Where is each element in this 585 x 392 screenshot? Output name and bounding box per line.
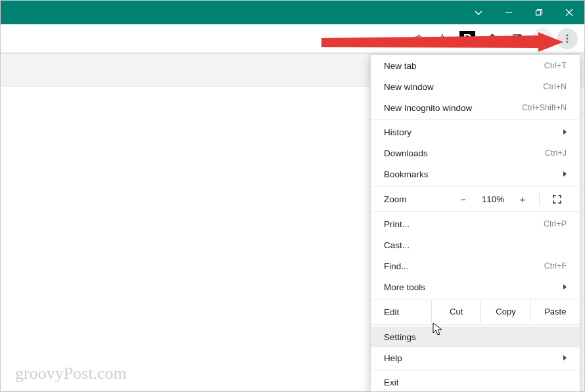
menu-shortcut: Ctrl+P <box>544 219 567 229</box>
menu-shortcut: Ctrl+N <box>543 82 567 91</box>
menu-label: New Incognito window <box>384 103 472 113</box>
menu-shortcut: Ctrl+T <box>544 61 567 70</box>
edit-copy-button[interactable]: Copy <box>480 301 530 323</box>
menu-item-zoom: Zoom − 110% + <box>371 188 580 210</box>
chevron-right-icon <box>563 171 567 177</box>
menu-label: History <box>384 127 411 137</box>
extensions-icon[interactable] <box>482 28 503 49</box>
window-close-button[interactable] <box>554 1 584 24</box>
titlebar <box>1 1 584 24</box>
menu-item-find[interactable]: Find... Ctrl+F <box>371 255 580 276</box>
menu-separator <box>371 211 580 212</box>
menu-item-new-tab[interactable]: New tab Ctrl+T <box>371 55 580 76</box>
svg-point-5 <box>567 37 569 39</box>
zoom-out-button[interactable]: − <box>452 194 475 205</box>
edit-paste-button[interactable]: Paste <box>530 301 580 323</box>
menu-label: Bookmarks <box>384 169 429 179</box>
window-maximize-button[interactable] <box>524 1 554 24</box>
zoom-value: 110% <box>475 194 511 204</box>
menu-item-downloads[interactable]: Downloads Ctrl+J <box>371 142 580 163</box>
menu-label: Print... <box>384 219 410 229</box>
extension-badge-label: P <box>459 31 475 47</box>
menu-shortcut: Ctrl+J <box>545 148 567 158</box>
menu-item-cast[interactable]: Cast... <box>371 234 580 255</box>
chrome-menu: New tab Ctrl+T New window Ctrl+N New Inc… <box>370 54 580 392</box>
menu-label: Edit <box>384 307 431 317</box>
svg-point-4 <box>567 34 569 36</box>
menu-item-history[interactable]: History <box>371 121 580 142</box>
svg-rect-0 <box>536 11 541 15</box>
menu-label: Zoom <box>384 194 452 204</box>
star-icon[interactable] <box>432 28 453 49</box>
titlebar-chevron-icon[interactable] <box>463 1 494 24</box>
browser-toolbar: P <box>1 24 584 53</box>
avatar-icon[interactable] <box>532 28 553 49</box>
edit-cut-button[interactable]: Cut <box>431 301 480 323</box>
chevron-right-icon <box>563 129 567 135</box>
menu-item-new-window[interactable]: New window Ctrl+N <box>371 76 580 97</box>
zoom-in-button[interactable]: + <box>511 194 534 205</box>
fullscreen-icon[interactable] <box>547 192 567 206</box>
menu-label: New window <box>384 82 434 92</box>
watermark-text: groovyPost.com <box>15 364 127 383</box>
extension-badge[interactable]: P <box>457 28 478 49</box>
more-icon[interactable] <box>557 28 578 49</box>
zoom-divider <box>539 192 540 206</box>
menu-label: Find... <box>384 261 409 271</box>
menu-item-settings[interactable]: Settings <box>371 326 580 347</box>
menu-separator <box>371 299 580 299</box>
menu-label: Downloads <box>384 148 428 158</box>
chevron-right-icon <box>563 284 567 290</box>
menu-label: Help <box>384 353 402 363</box>
menu-item-bookmarks[interactable]: Bookmarks <box>371 163 580 185</box>
menu-separator <box>371 186 580 186</box>
menu-item-more-tools[interactable]: More tools <box>371 276 580 297</box>
menu-shortcut: Ctrl+F <box>544 261 567 271</box>
menu-item-exit[interactable]: Exit <box>371 372 580 392</box>
menu-item-new-incognito[interactable]: New Incognito window Ctrl+Shift+N <box>371 97 580 118</box>
window-minimize-button[interactable] <box>494 1 524 24</box>
menu-item-edit: Edit Cut Copy Paste <box>371 301 580 323</box>
svg-point-6 <box>567 41 569 43</box>
menu-separator <box>371 120 580 120</box>
menu-item-help[interactable]: Help <box>371 347 580 368</box>
share-icon[interactable] <box>407 28 428 49</box>
menu-label: More tools <box>384 282 425 292</box>
menu-label: Cast... <box>384 240 410 250</box>
menu-item-print[interactable]: Print... Ctrl+P <box>371 213 580 234</box>
menu-label: New tab <box>384 61 417 71</box>
menu-label: Settings <box>384 332 416 342</box>
chevron-right-icon <box>563 355 567 360</box>
menu-shortcut: Ctrl+Shift+N <box>522 103 567 112</box>
svg-rect-2 <box>518 35 521 42</box>
menu-separator <box>371 324 580 325</box>
readinglist-icon[interactable] <box>507 28 528 49</box>
app-window: P New tab Ctrl+T New window Ctrl+N New I… <box>0 0 585 392</box>
menu-separator <box>371 370 580 370</box>
svg-point-3 <box>541 35 544 39</box>
menu-label: Exit <box>384 378 399 387</box>
